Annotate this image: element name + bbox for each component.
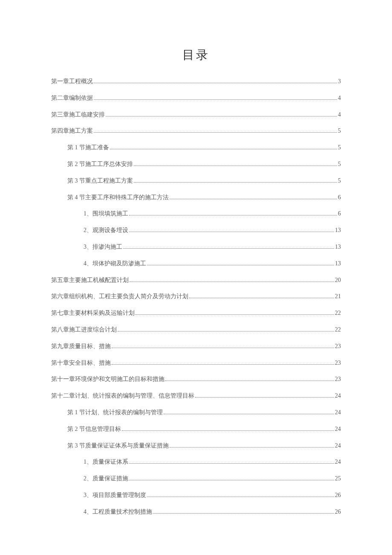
toc-page-number: 6 (338, 194, 341, 201)
toc-page-number: 5 (338, 177, 341, 185)
toc-leader-dots (165, 381, 334, 381)
toc-page-number: 5 (338, 161, 341, 168)
toc-entry: 第 1 节施工准备5 (51, 144, 341, 151)
toc-leader-dots (164, 414, 334, 414)
toc-label: 第四章施工方案 (51, 128, 93, 135)
toc-leader-dots (134, 182, 337, 183)
toc-label: 第 1 节施工准备 (67, 144, 109, 151)
toc-label: 1、质量保证体系 (84, 459, 128, 466)
toc-page-number: 4 (338, 111, 341, 119)
toc-entry: 4、坝体护砌及防渗施工13 (51, 260, 341, 267)
toc-leader-dots (129, 463, 334, 464)
toc-label: 1、围坝填筑施工 (84, 210, 128, 218)
toc-leader-dots (106, 116, 337, 116)
toc-entry: 1、围坝填筑施工6 (51, 210, 341, 218)
toc-entry: 第五章主要施工机械配置计划20 (51, 277, 341, 284)
toc-entry: 3、项目部质量管理制度26 (51, 492, 341, 499)
toc-page-number: 24 (335, 409, 341, 416)
toc-label: 3、排渗沟施工 (84, 244, 122, 251)
toc-label: 第 1 节计划、统计报表的编制与管理 (67, 409, 163, 416)
toc-entry: 第 4 节主要工序和特殊工序的施工方法6 (51, 194, 341, 201)
toc-page-number: 26 (335, 509, 341, 516)
toc-entry: 第十一章环境保护和文明施工的目标和措施23 (51, 376, 341, 383)
toc-label: 第十章安全目标、措施 (51, 360, 111, 367)
toc-leader-dots (123, 248, 334, 249)
toc-leader-dots (129, 480, 334, 480)
toc-leader-dots (112, 364, 334, 365)
toc-page-number: 13 (335, 227, 341, 234)
toc-page-number: 21 (335, 293, 341, 300)
toc-entry: 第 3 节质量保证证体系与质量保证措施24 (51, 442, 341, 450)
toc-leader-dots (118, 331, 334, 331)
toc-leader-dots (147, 265, 334, 265)
toc-leader-dots (129, 232, 334, 232)
toc-label: 第二章编制依据 (51, 95, 93, 102)
toc-label: 3、项目部质量管理制度 (84, 492, 146, 499)
toc-leader-dots (147, 497, 334, 497)
toc-page-number: 25 (335, 475, 341, 482)
toc-entry: 第 1 节计划、统计报表的编制与管理24 (51, 409, 341, 416)
toc-label: 4、工程质量技术控制措施 (84, 509, 152, 516)
toc-leader-dots (170, 447, 334, 447)
toc-label: 第 2 节施工工序总体安排 (67, 161, 133, 168)
toc-label: 第 3 节重点工程施工方案 (67, 177, 133, 185)
toc-leader-dots (170, 199, 337, 199)
toc-page-number: 24 (335, 442, 341, 450)
toc-page-number: 23 (335, 376, 341, 383)
toc-leader-dots (129, 215, 337, 215)
toc-entry: 4、工程质量技术控制措施26 (51, 509, 341, 516)
toc-leader-dots (189, 298, 334, 298)
toc-entry: 1、质量保证体系24 (51, 459, 341, 466)
toc-leader-dots (112, 348, 334, 348)
toc-label: 第五章主要施工机械配置计划 (51, 277, 129, 284)
toc-page-number: 23 (335, 360, 341, 367)
toc-entry: 第一章工程概况3 (51, 78, 341, 85)
toc-entry: 第二章编制依据4 (51, 95, 341, 102)
toc-leader-dots (195, 397, 334, 398)
toc-entry: 3、排渗沟施工13 (51, 244, 341, 251)
toc-entry: 第六章组织机构、工程主要负责人简介及劳动力计划21 (51, 293, 341, 300)
toc-leader-dots (122, 430, 334, 431)
toc-label: 第 3 节质量保证证体系与质量保证措施 (67, 442, 169, 450)
toc-page-number: 13 (335, 260, 341, 267)
toc-page-number: 26 (335, 492, 341, 499)
toc-page-number: 5 (338, 128, 341, 135)
toc-label: 2、观测设备埋设 (84, 227, 128, 234)
toc-page-number: 24 (335, 426, 341, 433)
toc-entry: 2、质量保证措施25 (51, 475, 341, 482)
toc-entry: 第十章安全目标、措施23 (51, 360, 341, 367)
toc-label: 第三章施工临建安排 (51, 111, 105, 119)
toc-page-number: 20 (335, 277, 341, 284)
table-of-contents: 第一章工程概况3第二章编制依据4第三章施工临建安排4第四章施工方案5第 1 节施… (51, 78, 341, 516)
toc-page-number: 22 (335, 310, 341, 317)
toc-entry: 第四章施工方案5 (51, 128, 341, 135)
toc-entry: 2、观测设备埋设13 (51, 227, 341, 234)
toc-entry: 第七章主要材料采购及运输计划22 (51, 310, 341, 317)
toc-leader-dots (94, 83, 337, 83)
toc-label: 第九章质量目标、措施 (51, 343, 111, 350)
toc-label: 第十二章计划、统计报表的编制与管理、信息管理目标 (51, 392, 194, 400)
toc-entry: 第 2 节信息管理目标24 (51, 426, 341, 433)
toc-entry: 第十二章计划、统计报表的编制与管理、信息管理目标24 (51, 392, 341, 400)
toc-label: 第八章施工进度综合计划 (51, 326, 117, 334)
toc-leader-dots (94, 99, 337, 100)
toc-page-number: 3 (338, 78, 341, 85)
toc-entry: 第 2 节施工工序总体安排5 (51, 161, 341, 168)
toc-entry: 第 3 节重点工程施工方案5 (51, 177, 341, 185)
toc-leader-dots (153, 513, 334, 514)
toc-page-number: 6 (338, 210, 341, 218)
toc-page-number: 22 (335, 326, 341, 334)
toc-label: 第七章主要材料采购及运输计划 (51, 310, 135, 317)
toc-leader-dots (110, 149, 337, 149)
toc-leader-dots (134, 166, 337, 166)
toc-page-number: 24 (335, 459, 341, 466)
toc-label: 2、质量保证措施 (84, 475, 128, 482)
toc-label: 第 2 节信息管理目标 (67, 426, 121, 433)
toc-page-number: 13 (335, 244, 341, 251)
toc-label: 第一章工程概况 (51, 78, 93, 85)
toc-page-number: 5 (338, 144, 341, 151)
toc-entry: 第八章施工进度综合计划22 (51, 326, 341, 334)
toc-label: 第十一章环境保护和文明施工的目标和措施 (51, 376, 164, 383)
toc-leader-dots (94, 132, 337, 133)
toc-leader-dots (135, 314, 334, 315)
